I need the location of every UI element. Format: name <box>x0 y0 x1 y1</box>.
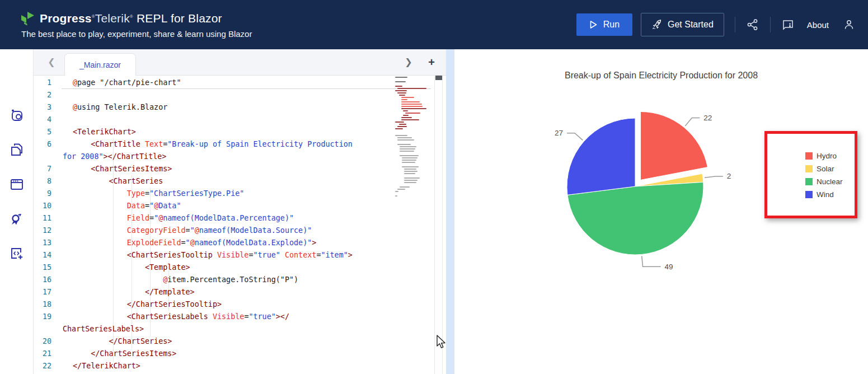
pie-slice-hydro[interactable] <box>641 111 708 180</box>
code-line[interactable]: 15 <Template> <box>34 261 403 274</box>
line-number: 18 <box>34 298 62 311</box>
minimap-line <box>401 101 420 102</box>
code-editor-panel: ❮ _Main.razor ❯ + 1@page "/chart/pie-cha… <box>34 49 446 374</box>
code-add-icon[interactable] <box>10 246 24 261</box>
rocket-icon <box>651 19 663 30</box>
line-number: 8 <box>34 175 62 188</box>
legend-item-wind[interactable]: Wind <box>805 190 843 199</box>
code-line[interactable]: 17 </Template> <box>34 286 403 298</box>
code-line[interactable]: 6 <ChartTitle Text="Break-up of Spain El… <box>34 138 403 151</box>
minimap-line <box>401 119 419 120</box>
browser-window-icon[interactable] <box>10 177 24 191</box>
header-divider <box>735 17 735 32</box>
code-line[interactable]: 21 </ChartSeriesItems> <box>34 348 403 360</box>
share-icon[interactable] <box>746 18 759 31</box>
legend-label: Hydro <box>817 152 837 160</box>
code-line[interactable]: 1@page "/chart/pie-chart" <box>34 77 403 89</box>
pie-label-connector <box>685 118 700 126</box>
line-number: 5 <box>34 126 62 138</box>
code-line[interactable]: 16 @item.Percentage.ToString("P") <box>34 274 403 286</box>
code-line[interactable]: 14 <ChartSeriesTooltip Visible="true" Co… <box>34 249 403 261</box>
minimap-line <box>405 113 420 114</box>
legend-label: Solar <box>817 165 834 173</box>
code-line[interactable]: 2 <box>34 89 403 101</box>
line-number: 15 <box>34 261 62 274</box>
code-editor[interactable]: 1@page "/chart/pie-chart"23@using Teleri… <box>34 76 446 374</box>
panel-splitter[interactable] <box>446 49 454 374</box>
scrollbar-thumb[interactable] <box>435 76 442 80</box>
tab-main-razor[interactable]: _Main.razor <box>64 53 136 76</box>
line-number: 14 <box>34 249 62 261</box>
app-title: Progress®Telerik® REPL for Blazor <box>40 12 222 25</box>
code-line[interactable]: 9 Type="ChartSeriesType.Pie" <box>34 188 403 200</box>
pie-slice-nuclear[interactable] <box>567 182 703 255</box>
legend-label: Wind <box>817 190 834 199</box>
preview-panel: Break-up of Spain Electricity Production… <box>454 49 868 374</box>
about-link[interactable]: About <box>807 20 829 30</box>
line-number: 6 <box>34 138 62 151</box>
code-line[interactable]: 4 <box>34 114 403 126</box>
line-number: 10 <box>34 200 62 212</box>
mouse-cursor <box>437 335 448 349</box>
minimap-line <box>404 180 417 181</box>
header-divider <box>770 17 771 32</box>
copy-pages-icon[interactable] <box>10 142 24 157</box>
minimap-line <box>404 173 415 174</box>
pie-value-label: 2 <box>727 172 731 180</box>
minimap-line <box>403 110 408 111</box>
code-line[interactable]: 13 ExplodeField="@nameof(ModelData.Explo… <box>34 237 403 249</box>
code-line[interactable]: 3@using Telerik.Blazor <box>34 101 403 114</box>
legend-item-hydro[interactable]: Hydro <box>805 152 843 160</box>
user-icon[interactable] <box>842 18 856 31</box>
pie-value-label: 27 <box>555 129 563 137</box>
run-button[interactable]: Run <box>576 13 632 36</box>
code-line[interactable]: 12 CategoryField="@nameof(ModelData.Sour… <box>34 225 403 237</box>
code-line[interactable]: 19 <ChartSeriesLabels Visible="true"></ <box>34 311 403 323</box>
chart-legend: HydroSolarNuclearWind <box>805 152 843 199</box>
editor-scrollbar[interactable] <box>434 76 443 374</box>
line-number: 7 <box>34 163 62 175</box>
code-line[interactable]: 10 Data="@Data" <box>34 200 403 212</box>
pie-label-connector <box>567 133 583 141</box>
feedback-icon[interactable] <box>781 18 795 31</box>
line-number: 16 <box>34 274 62 286</box>
code-line[interactable]: for 2008"></ChartTitle> <box>34 151 403 163</box>
minimap-line <box>402 160 416 161</box>
code-line[interactable]: 5<TelerikChart> <box>34 126 403 138</box>
line-number: 3 <box>34 101 62 114</box>
legend-item-solar[interactable]: Solar <box>805 165 843 173</box>
legend-swatch <box>805 152 813 160</box>
play-icon <box>589 20 598 29</box>
code-line[interactable]: 22</TelerikChart> <box>34 360 403 372</box>
legend-item-nuclear[interactable]: Nuclear <box>805 177 843 186</box>
ribbon-icon[interactable] <box>10 213 24 227</box>
pie-slice-wind[interactable] <box>567 118 635 195</box>
minimap-line <box>402 157 417 158</box>
minimap-line <box>402 162 415 163</box>
line-number: 1 <box>34 77 62 89</box>
code-line[interactable]: ChartSeriesLabels> <box>34 323 403 335</box>
minimap-line <box>401 104 422 105</box>
code-line[interactable]: 18 </ChartSeriesTooltip> <box>34 298 403 311</box>
legend-highlight-box: HydroSolarNuclearWind <box>764 131 857 218</box>
app-header: Progress®Telerik® REPL for Blazor The be… <box>0 0 868 49</box>
minimap-line <box>401 106 423 107</box>
get-started-button[interactable]: Get Started <box>641 13 724 36</box>
line-number: 17 <box>34 286 62 298</box>
code-line[interactable]: 8 <ChartSeries <box>34 175 403 188</box>
line-number: 19 <box>34 311 62 323</box>
line-number: 22 <box>34 360 62 372</box>
line-number: 20 <box>34 335 62 348</box>
tab-scroll-left-icon[interactable]: ❮ <box>46 57 57 68</box>
add-tab-icon[interactable]: + <box>425 56 438 68</box>
left-toolbar <box>0 49 34 374</box>
camera-icon[interactable] <box>10 108 24 123</box>
tab-scroll-right-icon[interactable]: ❯ <box>403 57 414 68</box>
code-line[interactable]: 20 </ChartSeries> <box>34 335 403 348</box>
line-number: 9 <box>34 188 62 200</box>
minimap-line <box>404 177 420 179</box>
code-line[interactable]: 7 <ChartSeriesItems> <box>34 163 403 175</box>
code-line[interactable]: 11 Field="@nameof(ModelData.Percentage)" <box>34 212 403 225</box>
legend-swatch <box>805 178 813 185</box>
pie-label-connector <box>705 176 723 177</box>
